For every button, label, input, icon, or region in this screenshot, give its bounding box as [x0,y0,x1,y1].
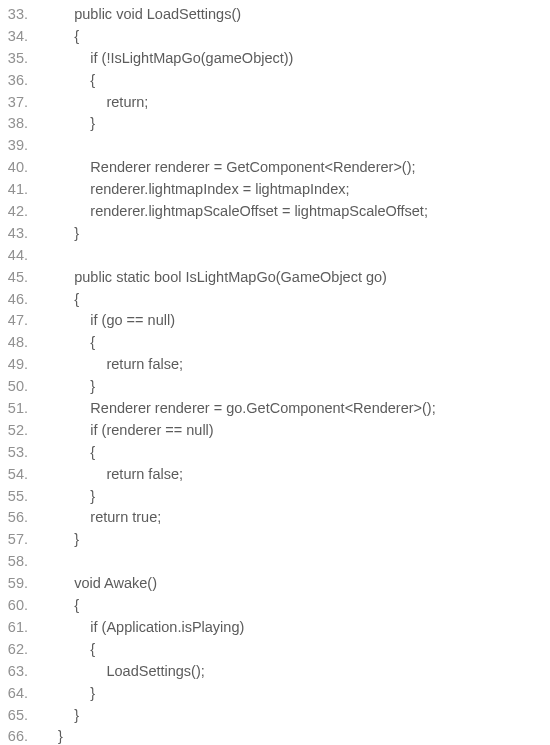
code-line: 52. if (renderer == null) [0,420,550,442]
code-text: } [42,223,79,245]
code-line: 35. if (!IsLightMapGo(gameObject)) [0,48,550,70]
code-text: return false; [42,354,183,376]
code-line: 65. } [0,705,550,727]
line-number: 53. [0,442,42,464]
line-number: 40. [0,157,42,179]
code-text: { [42,289,79,311]
line-number: 59. [0,573,42,595]
code-block: 33. public void LoadSettings()34. {35. i… [0,4,550,745]
code-text: } [42,376,95,398]
line-number: 45. [0,267,42,289]
code-text: } [42,705,79,727]
line-number: 39. [0,135,42,157]
code-line: 47. if (go == null) [0,310,550,332]
code-text: renderer.lightmapIndex = lightmapIndex; [42,179,350,201]
code-line: 42. renderer.lightmapScaleOffset = light… [0,201,550,223]
line-number: 35. [0,48,42,70]
code-line: 53. { [0,442,550,464]
code-text: } [42,113,95,135]
code-line: 62. { [0,639,550,661]
code-line: 33. public void LoadSettings() [0,4,550,26]
code-line: 34. { [0,26,550,48]
line-number: 36. [0,70,42,92]
line-number: 42. [0,201,42,223]
line-number: 44. [0,245,42,267]
code-line: 44. [0,245,550,267]
line-number: 33. [0,4,42,26]
code-text: if (renderer == null) [42,420,214,442]
line-number: 54. [0,464,42,486]
code-text: Renderer renderer = go.GetComponent<Rend… [42,398,436,420]
line-number: 41. [0,179,42,201]
code-line: 56. return true; [0,507,550,529]
line-number: 52. [0,420,42,442]
code-text: if (Application.isPlaying) [42,617,244,639]
line-number: 43. [0,223,42,245]
code-text: public static bool IsLightMapGo(GameObje… [42,267,387,289]
code-line: 40. Renderer renderer = GetComponent<Ren… [0,157,550,179]
code-line: 38. } [0,113,550,135]
code-line: 61. if (Application.isPlaying) [0,617,550,639]
code-line: 46. { [0,289,550,311]
code-line: 36. { [0,70,550,92]
line-number: 64. [0,683,42,705]
line-number: 63. [0,661,42,683]
code-text: { [42,26,79,48]
code-line: 43. } [0,223,550,245]
code-text: return true; [42,507,161,529]
code-line: 60. { [0,595,550,617]
code-text: { [42,639,95,661]
code-line: 58. [0,551,550,573]
line-number: 46. [0,289,42,311]
code-text: { [42,70,95,92]
line-number: 55. [0,486,42,508]
code-text: { [42,442,95,464]
code-text: { [42,332,95,354]
code-line: 63. LoadSettings(); [0,661,550,683]
code-line: 49. return false; [0,354,550,376]
code-text: return false; [42,464,183,486]
line-number: 60. [0,595,42,617]
code-line: 59. void Awake() [0,573,550,595]
line-number: 61. [0,617,42,639]
code-text: } [42,726,63,745]
line-number: 62. [0,639,42,661]
code-text: if (go == null) [42,310,175,332]
code-line: 51. Renderer renderer = go.GetComponent<… [0,398,550,420]
code-text: public void LoadSettings() [42,4,241,26]
line-number: 57. [0,529,42,551]
code-text: } [42,486,95,508]
line-number: 47. [0,310,42,332]
code-text: Renderer renderer = GetComponent<Rendere… [42,157,416,179]
code-line: 48. { [0,332,550,354]
code-text: renderer.lightmapScaleOffset = lightmapS… [42,201,428,223]
code-line: 50. } [0,376,550,398]
code-line: 55. } [0,486,550,508]
line-number: 56. [0,507,42,529]
line-number: 51. [0,398,42,420]
line-number: 48. [0,332,42,354]
line-number: 37. [0,92,42,114]
line-number: 66. [0,726,42,745]
code-line: 57. } [0,529,550,551]
line-number: 34. [0,26,42,48]
line-number: 65. [0,705,42,727]
code-text: return; [42,92,148,114]
line-number: 49. [0,354,42,376]
code-line: 64. } [0,683,550,705]
code-text: } [42,683,95,705]
code-line: 54. return false; [0,464,550,486]
code-line: 45. public static bool IsLightMapGo(Game… [0,267,550,289]
code-line: 41. renderer.lightmapIndex = lightmapInd… [0,179,550,201]
code-line: 66. } [0,726,550,745]
code-text: LoadSettings(); [42,661,205,683]
code-text: void Awake() [42,573,157,595]
code-text: if (!IsLightMapGo(gameObject)) [42,48,293,70]
code-text: { [42,595,79,617]
code-text: } [42,529,79,551]
code-line: 37. return; [0,92,550,114]
line-number: 38. [0,113,42,135]
code-line: 39. [0,135,550,157]
line-number: 58. [0,551,42,573]
line-number: 50. [0,376,42,398]
